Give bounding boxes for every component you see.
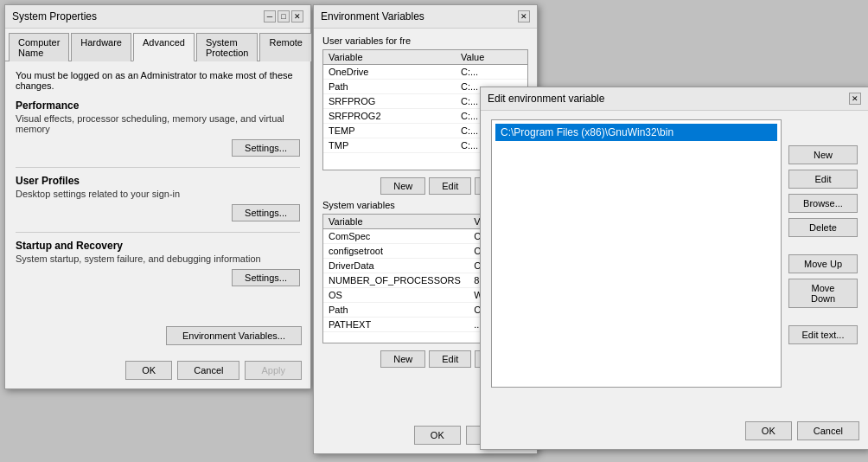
performance-title: Performance [16, 99, 300, 112]
user-profiles-settings-button[interactable]: Settings... [232, 204, 300, 221]
sys-var-col-variable: Variable [323, 215, 469, 229]
list-item[interactable]: C:\Program Files (x86)\GnuWin32\bin [495, 124, 777, 141]
edit-env-list[interactable]: C:\Program Files (x86)\GnuWin32\bin [491, 119, 782, 388]
sys-var-configsetroot: configsetroot [323, 244, 469, 259]
edit-env-cancel-button[interactable]: Cancel [797, 421, 859, 440]
sys-var-pathext: PATHEXT [323, 318, 469, 332]
divider-2 [16, 232, 300, 233]
tab-remote[interactable]: Remote [259, 33, 312, 61]
tab-hardware[interactable]: Hardware [71, 33, 131, 61]
env-vars-close-button[interactable]: ✕ [518, 10, 530, 22]
edit-env-browse-button[interactable]: Browse... [788, 194, 858, 213]
edit-env-edit-button[interactable]: Edit [788, 170, 858, 189]
startup-recovery-desc: System startup, system failure, and debu… [16, 253, 300, 264]
sys-var-os: OS [323, 288, 469, 303]
system-props-cancel-button[interactable]: Cancel [177, 361, 239, 380]
env-vars-title-controls: ✕ [518, 10, 530, 22]
edit-env-move-up-button[interactable]: Move Up [788, 254, 858, 273]
startup-recovery-settings-button[interactable]: Settings... [232, 269, 300, 286]
sys-var-driverdata: DriverData [323, 259, 469, 273]
user-var-srfprog: SRFPROG [323, 94, 456, 109]
user-var-temp: TEMP [323, 124, 456, 138]
edit-env-ok-button[interactable]: OK [745, 421, 792, 440]
system-props-ok-button[interactable]: OK [125, 361, 172, 380]
minimize-button[interactable]: ─ [264, 10, 276, 22]
system-props-bottom-buttons: OK Cancel Apply [125, 361, 302, 380]
edit-env-content: C:\Program Files (x86)\GnuWin32\bin New … [481, 111, 868, 403]
user-var-onedrive-val: C:... [456, 65, 527, 80]
user-var-path: Path [323, 80, 456, 94]
edit-env-window: Edit environment variable ✕ C:\Program F… [480, 87, 868, 450]
edit-env-bottom-buttons: OK Cancel [745, 421, 859, 440]
user-profiles-desc: Desktop settings related to your sign-in [16, 189, 300, 199]
env-vars-ok-button[interactable]: OK [414, 426, 461, 445]
tab-advanced[interactable]: Advanced [133, 33, 195, 61]
performance-desc: Visual effects, processor scheduling, me… [16, 113, 300, 134]
edit-env-title: Edit environment variable [488, 93, 604, 105]
edit-env-new-button[interactable]: New [788, 145, 858, 164]
user-var-col-value: Value [456, 50, 527, 65]
system-properties-title: System Properties [12, 10, 97, 22]
edit-env-title-controls: ✕ [849, 93, 861, 105]
admin-warning: You must be logged on as an Administrato… [16, 70, 300, 91]
sys-var-path: Path [323, 303, 469, 318]
edit-side-buttons: New Edit Browse... Delete Move Up Move D… [788, 145, 858, 344]
tab-computer-name[interactable]: Computer Name [9, 33, 69, 61]
user-vars-section-title: User variables for fre [322, 35, 528, 46]
user-profiles-title: User Profiles [16, 175, 300, 187]
close-button[interactable]: ✕ [291, 10, 303, 22]
env-vars-btn-wrapper: Environment Variables... [166, 326, 302, 345]
performance-settings-button[interactable]: Settings... [232, 139, 300, 157]
sys-var-num-procs: NUMBER_OF_PROCESSORS [323, 273, 469, 288]
sys-edit-button[interactable]: Edit [429, 350, 471, 368]
system-properties-window: System Properties ─ □ ✕ Computer Name Ha… [4, 4, 311, 389]
edit-env-delete-button[interactable]: Delete [788, 218, 858, 237]
env-vars-title: Environment Variables [321, 10, 424, 22]
divider-1 [16, 167, 300, 168]
startup-recovery-title: Startup and Recovery [16, 240, 300, 252]
user-var-col-variable: Variable [323, 50, 456, 65]
table-row[interactable]: OneDrive C:... [323, 65, 527, 80]
system-props-apply-button[interactable]: Apply [245, 361, 302, 380]
edit-env-edit-text-button[interactable]: Edit text... [788, 325, 858, 344]
system-properties-content: You must be logged on as an Administrato… [5, 61, 310, 305]
startup-recovery-section: Startup and Recovery System startup, sys… [16, 240, 300, 286]
user-profiles-section: User Profiles Desktop settings related t… [16, 175, 300, 221]
title-bar-controls: ─ □ ✕ [264, 10, 303, 22]
environment-variables-button[interactable]: Environment Variables... [166, 326, 302, 345]
sys-new-button[interactable]: New [380, 350, 425, 368]
edit-env-move-down-button[interactable]: Move Down [788, 279, 858, 308]
env-vars-title-bar: Environment Variables ✕ [314, 5, 537, 29]
edit-env-title-bar: Edit environment variable ✕ [481, 87, 868, 111]
maximize-button[interactable]: □ [278, 10, 290, 22]
user-var-onedrive: OneDrive [323, 65, 456, 80]
user-var-tmp: TMP [323, 138, 456, 153]
performance-section: Performance Visual effects, processor sc… [16, 99, 300, 157]
tab-system-protection[interactable]: System Protection [196, 33, 258, 61]
system-properties-title-bar: System Properties ─ □ ✕ [5, 5, 310, 29]
user-var-srfprog2: SRFPROG2 [323, 109, 456, 124]
tab-bar: Computer Name Hardware Advanced System P… [5, 29, 310, 61]
user-edit-button[interactable]: Edit [429, 177, 471, 195]
user-new-button[interactable]: New [380, 177, 425, 195]
edit-env-close-button[interactable]: ✕ [849, 93, 861, 105]
sys-var-comspec: ComSpec [323, 229, 469, 244]
